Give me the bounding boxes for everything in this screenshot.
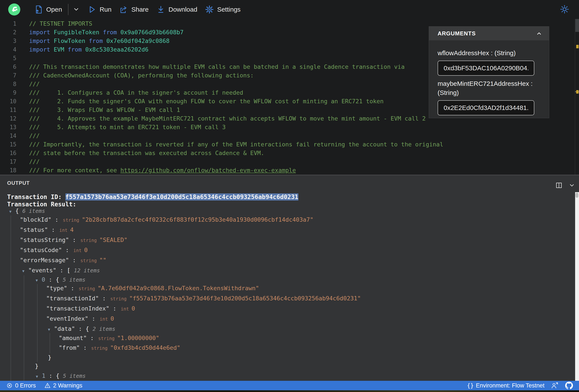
json-segment: "2b28cbfb87da2cfec4f0232c6f883f0f12c95b3…: [82, 216, 313, 223]
json-segment: :: [88, 315, 99, 322]
json-row: "errorMessage" : string"": [20, 256, 106, 265]
editor-scrollbar-thumb[interactable]: [575, 19, 579, 32]
json-segment: "statusString": [20, 236, 69, 243]
code-line: 18/// For more context, see https://gith…: [0, 166, 575, 175]
arguments-title: ARGUMENTS: [437, 30, 476, 37]
json-segment: :: [99, 295, 109, 302]
code-token: FungibleToken: [54, 29, 103, 36]
output-scrollbar[interactable]: [575, 192, 579, 381]
errors-status[interactable]: 0 Errors: [6, 382, 36, 389]
json-row: }: [35, 362, 38, 370]
collapse-panel-chevron-up-icon[interactable]: [535, 30, 543, 37]
line-number: 2: [0, 28, 16, 37]
maybemint-address-input[interactable]: [437, 100, 534, 115]
desktop-wallpaper-strip: [0, 390, 579, 392]
code-token: /// 3. Wraps FLOW as WFLOW - EVM call 1: [29, 107, 180, 113]
code-token: ///: [29, 158, 40, 165]
json-segment: 12 items: [74, 267, 100, 274]
json-segment: {: [85, 325, 93, 332]
line-number: 9: [0, 88, 16, 97]
output-panel: OUTPUT Transaction ID: f557a1573b76aa53e…: [0, 175, 579, 381]
code-token: from: [103, 29, 120, 36]
code-token: 0x8c5303eaa26202d6: [85, 46, 148, 53]
json-segment: 2 items: [93, 326, 115, 332]
output-scrollbar-thumb[interactable]: [576, 193, 578, 198]
json-row: "statusString" : string"SEALED": [20, 236, 127, 244]
download-button[interactable]: Download: [156, 5, 197, 14]
arguments-header[interactable]: ARGUMENTS: [429, 27, 549, 40]
run-button[interactable]: Run: [87, 5, 111, 14]
warning-marker: [576, 45, 579, 48]
open-label: Open: [46, 6, 62, 13]
code-line: 14///: [0, 131, 575, 140]
json-segment: string: [110, 296, 127, 301]
json-segment: {: [15, 207, 22, 214]
json-row: "type" : string"A.7e60df042a9c0868.FlowT…: [46, 379, 259, 381]
line-number: 10: [0, 97, 16, 106]
toolbar: Open Run Share Download: [0, 0, 579, 19]
wflow-address-input[interactable]: [437, 60, 534, 76]
collapse-arrow-icon[interactable]: ▼: [9, 207, 15, 216]
line-number: 7: [0, 71, 16, 80]
environment-status[interactable]: {} Environment: Flow Testnet: [467, 382, 544, 389]
json-segment: "status": [20, 226, 48, 233]
share-button[interactable]: Share: [119, 5, 148, 14]
line-number: 1: [0, 19, 16, 28]
json-segment: {: [56, 276, 63, 283]
run-label: Run: [99, 6, 111, 13]
indent-guide: [50, 333, 50, 353]
code-token: // TESTNET IMPORTS: [29, 20, 92, 27]
code-token: /// 2. Funds the signer's COA with enoug…: [29, 98, 384, 105]
collapse-arrow-icon[interactable]: ▼: [22, 267, 28, 275]
code-token: import: [29, 46, 54, 53]
json-segment: :: [67, 285, 78, 291]
code-token: import: [29, 29, 54, 36]
json-segment: 1: [42, 372, 45, 379]
warning-triangle-icon: [44, 382, 51, 389]
code-token: /// Importantly, the transaction is reve…: [29, 141, 443, 148]
feedback-person-icon[interactable]: [551, 382, 559, 390]
json-row: "blockId" : string"2b28cbfb87da2cfec4f02…: [20, 215, 313, 224]
settings-button[interactable]: Settings: [205, 5, 240, 14]
collapse-arrow-icon[interactable]: ▼: [36, 372, 42, 381]
json-row: "status" : int4: [20, 225, 73, 234]
json-segment: 0: [42, 276, 45, 283]
code-link[interactable]: https://github.com/onflow/batched-evm-ex…: [121, 167, 296, 173]
json-segment: 5 items: [63, 373, 86, 379]
json-segment: :: [69, 236, 80, 243]
warnings-status[interactable]: 2 Warnings: [44, 382, 82, 389]
json-segment: int: [100, 317, 108, 322]
json-segment: :: [45, 276, 56, 283]
editor-scrollbar[interactable]: [575, 19, 579, 175]
open-dropdown-chevron-icon[interactable]: [72, 5, 80, 14]
download-icon: [156, 5, 166, 14]
open-button[interactable]: Open: [34, 5, 62, 14]
json-segment: :: [109, 305, 120, 312]
flow-logo: [8, 3, 20, 15]
json-segment: string: [98, 336, 115, 341]
theme-toggle-button[interactable]: [560, 4, 570, 15]
open-file-icon: [34, 5, 43, 14]
json-segment: "from": [59, 344, 80, 351]
sun-icon: [560, 4, 570, 14]
json-segment: :: [48, 226, 59, 233]
json-segment: "1.00000000": [117, 335, 159, 341]
arguments-panel: ARGUMENTS wflowAddressHex : (String) may…: [429, 26, 549, 118]
line-number: 13: [0, 123, 16, 131]
settings-gear-icon: [205, 5, 214, 14]
json-segment: string: [80, 238, 97, 243]
errors-count: 0 Errors: [15, 382, 36, 389]
json-segment: }: [48, 354, 51, 361]
json-row: "transactionId" : string"f557a1573b76aa5…: [46, 294, 361, 303]
json-segment: :: [75, 325, 86, 332]
collapse-arrow-icon[interactable]: ▼: [48, 325, 54, 334]
json-segment: :: [62, 247, 72, 253]
json-segment: "statusCode": [20, 247, 62, 253]
collapse-arrow-icon[interactable]: ▼: [36, 276, 42, 285]
json-segment: "f557a1573b76aa53e73d46f3e10d200d5c18a65…: [129, 295, 361, 302]
json-row: ▼"events" : [ 12 items: [22, 266, 100, 275]
json-segment: "transactionIndex": [46, 305, 109, 312]
github-icon[interactable]: [565, 382, 573, 390]
code-line: 15/// Importantly, the transaction is re…: [0, 140, 575, 149]
json-segment: "events": [28, 267, 56, 274]
